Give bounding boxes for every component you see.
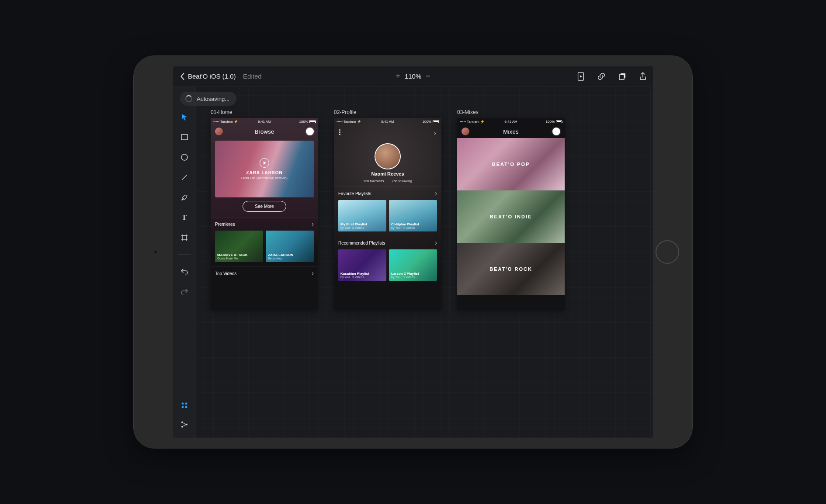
ipad-home-button[interactable]: [656, 240, 679, 264]
hero-card[interactable]: ZARA LARSON Lush Life (Alternative versi…: [215, 141, 314, 197]
carrier-label: ••••• Tandem ⚡: [337, 120, 361, 124]
mix-tile[interactable]: BEAT'O POP: [457, 138, 565, 190]
zoom-control: + 110% −: [396, 72, 430, 81]
followers[interactable]: 128 followers: [363, 179, 384, 183]
mix-tile[interactable]: BEAT'O INDIE: [457, 190, 565, 243]
hero-artist: ZARA LARSON: [246, 170, 282, 175]
artboard-label[interactable]: 03-Mixes: [457, 109, 565, 115]
select-tool[interactable]: [178, 111, 191, 123]
chevron-right-icon[interactable]: [434, 129, 436, 137]
premiere-card[interactable]: ZARA LARSON Becoming: [266, 231, 314, 262]
premiere-card[interactable]: MASSIVE ATTACK Come Near Me: [215, 231, 263, 262]
play-icon[interactable]: [260, 158, 269, 168]
profile-avatar[interactable]: [375, 144, 400, 169]
zoom-in-button[interactable]: +: [396, 72, 400, 81]
rectangle-tool[interactable]: [178, 131, 191, 143]
svg-point-8: [181, 406, 184, 408]
preview-icon[interactable]: [577, 72, 585, 81]
section-favorite-playlists[interactable]: Favorite Playlists: [334, 186, 441, 200]
grid-view-icon[interactable]: [178, 399, 191, 411]
redo-button[interactable]: [178, 285, 191, 297]
artboard-profile[interactable]: ••••• Tandem ⚡ 9:41 AM 100% Naomi Reeves: [334, 118, 441, 310]
canvas[interactable]: 01-Home ••••• Tandem ⚡ 9:41 AM 100% Brow…: [196, 86, 653, 438]
artboard-home[interactable]: ••••• Tandem ⚡ 9:41 AM 100% Browse: [211, 118, 318, 310]
card-title: MASSIVE ATTACK: [217, 253, 261, 257]
mix-title: BEAT'O POP: [492, 162, 530, 167]
artboard-profile-wrap: 02-Profile ••••• Tandem ⚡ 9:41 AM 100%: [334, 109, 441, 310]
battery-pct: 100%: [546, 120, 555, 124]
text-tool[interactable]: T: [178, 211, 191, 224]
svg-point-4: [181, 154, 187, 160]
autosave-text: Autosaving...: [197, 96, 229, 102]
card-title: Coldplay Playlist: [391, 222, 435, 226]
artboard-tool[interactable]: [178, 231, 191, 244]
zoom-out-button[interactable]: −: [426, 72, 430, 81]
undo-button[interactable]: [178, 265, 191, 277]
layers-icon[interactable]: [618, 72, 627, 81]
menu-dots-icon[interactable]: [339, 129, 340, 137]
section-title: Top Videos: [215, 271, 236, 276]
playlist-card[interactable]: Larson 2 Playlist by You · 3 Videos: [389, 249, 437, 281]
section-title: Recommended Playlists: [338, 241, 385, 245]
playlist-card[interactable]: Kasabian Playlist by You · 3 Videos: [338, 249, 386, 281]
status-time: 9:41 AM: [381, 120, 394, 124]
playlist-card[interactable]: Coldplay Playlist by You · 3 Videos: [389, 200, 437, 231]
status-bar: ••••• Tandem ⚡ 9:41 AM 100%: [457, 118, 565, 125]
card-sub: by You · 3 Videos: [340, 226, 384, 229]
link-icon[interactable]: [597, 72, 606, 81]
status-time: 9:41 AM: [258, 120, 271, 124]
hero-track: Lush Life (Alternative version): [241, 176, 288, 180]
svg-rect-3: [181, 135, 187, 140]
pen-tool[interactable]: [178, 191, 191, 204]
ellipse-tool[interactable]: [178, 151, 191, 163]
profile-stats: 128 followers 756 following: [334, 179, 441, 183]
svg-rect-5: [182, 235, 187, 240]
battery-icon: [556, 120, 562, 123]
premieres-row: MASSIVE ATTACK Come Near Me ZARA LARSON …: [211, 231, 318, 266]
favorite-row: My First Playlist by You · 3 Videos Cold…: [334, 200, 441, 236]
connections-icon[interactable]: [178, 418, 191, 431]
zoom-value[interactable]: 110%: [405, 72, 421, 80]
action-dot-icon[interactable]: [306, 128, 314, 135]
see-more-button[interactable]: See More: [243, 201, 286, 212]
artboard-label[interactable]: 02-Profile: [334, 109, 441, 115]
battery-pct: 100%: [299, 120, 308, 124]
share-icon[interactable]: [639, 72, 647, 81]
document-title[interactable]: Beat'O iOS (1.0): [188, 72, 236, 80]
mix-title: BEAT'O INDIE: [490, 214, 532, 219]
artboard-mixes[interactable]: ••••• Tandem ⚡ 9:41 AM 100% Mixes BEAT'O…: [457, 118, 565, 310]
card-sub: by You · 3 Videos: [340, 276, 384, 279]
screen-title: Browse: [254, 128, 274, 135]
tool-rail: T: [173, 86, 196, 438]
artboard-home-wrap: 01-Home ••••• Tandem ⚡ 9:41 AM 100% Brow…: [211, 109, 318, 310]
app-screen: Beat'O iOS (1.0) – Edited + 110% −: [173, 66, 653, 438]
section-top-videos[interactable]: Top Videos: [211, 266, 318, 280]
action-dot-icon[interactable]: [552, 128, 560, 135]
line-tool[interactable]: [178, 171, 191, 183]
carrier-label: ••••• Tandem ⚡: [213, 120, 238, 124]
card-sub: by You · 3 Videos: [391, 226, 435, 229]
card-sub: by You · 3 Videos: [391, 276, 435, 279]
avatar[interactable]: [462, 128, 469, 135]
playlist-card[interactable]: My First Playlist by You · 3 Videos: [338, 200, 386, 231]
profile-name: Naomi Reeves: [334, 171, 441, 176]
chevron-right-icon: [435, 239, 437, 247]
back-button[interactable]: [179, 72, 185, 80]
section-recommended-playlists[interactable]: Recommended Playlists: [334, 236, 441, 249]
mix-tile[interactable]: BEAT'O ROCK: [457, 243, 565, 295]
card-title: Kasabian Playlist: [340, 272, 384, 276]
following[interactable]: 756 following: [392, 179, 412, 183]
svg-point-9: [185, 406, 187, 408]
battery-icon: [433, 120, 439, 123]
card-title: Larson 2 Playlist: [391, 272, 435, 276]
battery-pct: 100%: [423, 120, 431, 124]
avatar[interactable]: [215, 128, 223, 135]
chevron-right-icon: [435, 190, 437, 197]
section-premieres[interactable]: Premieres: [211, 217, 318, 231]
profile-top-actions: [334, 125, 441, 142]
status-time: 9:41 AM: [504, 120, 517, 124]
svg-rect-2: [619, 75, 624, 79]
artboard-label[interactable]: 01-Home: [211, 109, 318, 115]
autosave-indicator: Autosaving...: [180, 92, 236, 106]
spinner-icon: [185, 95, 192, 102]
